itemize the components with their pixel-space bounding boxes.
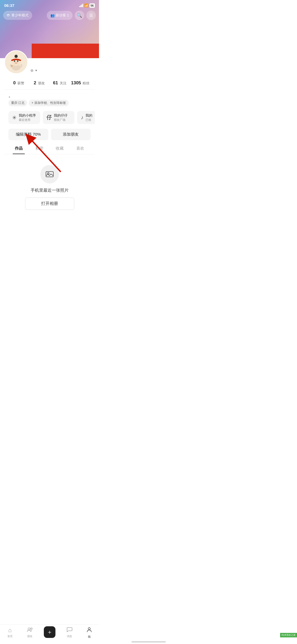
content-area: 手机里最近一张照片 打开相册 [4,154,95,220]
followers-label: 粉丝 [83,81,89,85]
username-area: ▼ [31,69,37,74]
svg-point-7 [11,65,13,67]
mini-app-icon-zaizai: 仔 [46,114,52,121]
header-nav: ⛑ 青少年模式 👥 新访客 1 🔍 ☰ [0,11,99,20]
menu-button[interactable]: ☰ [86,11,96,20]
svg-rect-8 [46,172,53,177]
empty-content-text: 手机里最近一张照片 [31,188,69,193]
photo-icon [45,170,54,178]
action-buttons: 编辑资料 70% 添加朋友 [4,126,95,143]
friends-label: 朋友 [38,81,45,85]
youth-mode-icon: ⛑ [7,13,10,17]
visitor-button[interactable]: 👥 新访客 1 [47,11,73,20]
svg-point-6 [17,61,18,62]
red-banner [32,44,99,58]
bio-text: 。 [8,92,91,99]
mini-apps-row: ✳ 我的小程序 最近使用 仔 我的仔仔 朋友广场 ♪ 我的 已收 [4,108,95,126]
following-count: 61 [53,80,58,85]
profile-section: ▼ 0 获赞 2 朋友 61 关注 1305 粉丝 。 重庆·江北 + 添加学校… [0,58,99,220]
online-status-dot [31,69,33,72]
status-icons: 📶 56 [79,3,95,8]
youth-mode-button[interactable]: ⛑ 青少年模式 [3,11,32,20]
avatar-character [5,51,27,73]
visitor-icon: 👥 [50,13,55,17]
signal-icon [79,4,83,7]
mini-app-icon-programs: ✳ [12,114,17,121]
stat-following[interactable]: 61 关注 [50,80,70,86]
tabs-row: 作品 私密 收藏 喜欢 [4,143,95,154]
stat-likes[interactable]: 0 获赞 [8,80,29,86]
mini-app-item-music[interactable]: ♪ 我的 已收 [77,111,95,124]
tab-favorites[interactable]: 收藏 [50,143,70,154]
likes-label: 获赞 [17,81,24,85]
dropdown-arrow-icon[interactable]: ▼ [35,69,37,72]
followers-count: 1305 [71,80,81,85]
add-friend-button[interactable]: 添加朋友 [51,129,91,140]
friends-count: 2 [34,80,36,85]
mini-app-sub-music: 已收 [86,118,92,122]
status-time: 06:37 [4,3,14,8]
mini-app-name-music: 我的 [86,113,92,118]
location-tags: 重庆·江北 + 添加学校、性别等标签 [8,100,91,106]
mini-app-item[interactable]: ✳ 我的小程序 最近使用 [8,111,40,124]
battery-indicator: 56 [89,3,95,8]
search-button[interactable]: 🔍 [75,11,84,20]
svg-rect-4 [16,55,17,57]
visitor-label: 新访客 1 [56,13,69,18]
search-icon: 🔍 [77,13,82,18]
mini-app-icon-music: ♪ [81,114,83,121]
avatar-image [5,51,27,73]
likes-count: 0 [13,80,16,85]
mini-app-sub-zaizai: 朋友广场 [54,118,68,122]
menu-icon: ☰ [89,13,93,18]
stat-friends[interactable]: 2 朋友 [29,80,50,86]
photo-icon-circle [40,165,59,183]
add-tag-button[interactable]: + 添加学校、性别等标签 [29,100,68,106]
mini-app-item-zaizai[interactable]: 仔 我的仔仔 朋友广场 [43,111,74,124]
mini-app-name-zaizai: 我的仔仔 [54,113,68,118]
mini-app-name-programs: 我的小程序 [19,113,36,118]
status-bar: 06:37 📶 56 [0,0,99,10]
bio-section: 。 重庆·江北 + 添加学校、性别等标签 [4,90,95,108]
tab-private[interactable]: 私密 [29,143,50,154]
mini-app-sub-programs: 最近使用 [19,118,36,122]
stats-row: 0 获赞 2 朋友 61 关注 1305 粉丝 [4,77,95,90]
avatar[interactable] [4,50,28,74]
tab-works[interactable]: 作品 [8,143,29,154]
youth-mode-label: 青少年模式 [11,13,29,18]
location-tag: 重庆·江北 [8,100,27,106]
tab-likes[interactable]: 喜欢 [70,143,91,154]
wifi-icon: 📶 [84,3,88,7]
open-album-button[interactable]: 打开相册 [25,197,74,210]
stat-followers[interactable]: 1305 粉丝 [70,80,91,86]
following-label: 关注 [60,81,67,85]
svg-point-5 [14,61,15,62]
edit-profile-button[interactable]: 编辑资料 70% [8,129,48,140]
